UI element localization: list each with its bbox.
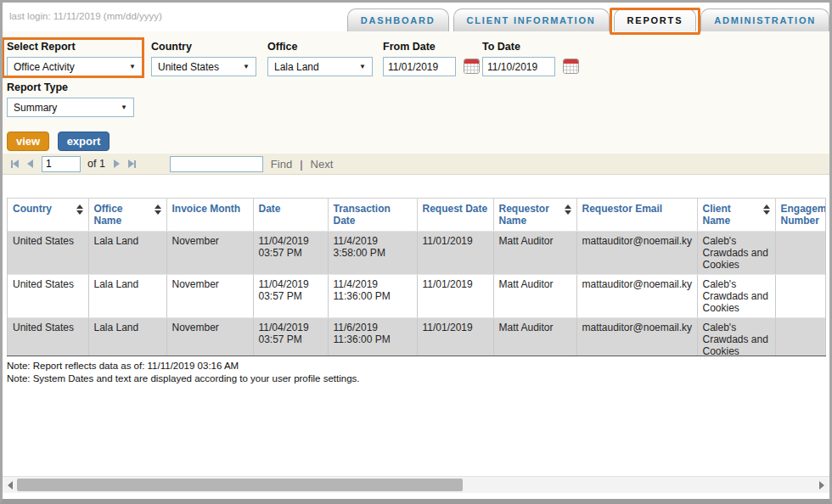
to-date-group: To Date bbox=[482, 41, 579, 76]
country-label: Country bbox=[151, 41, 256, 53]
country-dropdown[interactable]: United States ▼ bbox=[151, 57, 256, 76]
report-type-group: Report Type Summary ▼ bbox=[7, 81, 134, 117]
report-toolbar: of 1 Find | Next bbox=[3, 154, 829, 175]
column-header-office-name[interactable]: Office Name bbox=[88, 199, 166, 232]
cell-invoice-month: November bbox=[166, 232, 253, 275]
cell-invoice-month: November bbox=[166, 275, 253, 318]
cell-transaction-date: 11/4/2019 3:58:00 PM bbox=[328, 232, 417, 275]
action-buttons: view export bbox=[7, 132, 110, 151]
table-row: United States Lala Land November 11/04/2… bbox=[8, 232, 826, 275]
column-header-requestor-name[interactable]: Requestor Name bbox=[493, 199, 576, 232]
sort-icon[interactable] bbox=[565, 204, 571, 227]
report-footer-divider bbox=[7, 356, 826, 356]
cell-office-name: Lala Land bbox=[88, 318, 166, 356]
select-report-label: Select Report bbox=[7, 41, 143, 53]
select-report-value: Office Activity bbox=[14, 61, 75, 73]
cell-date: 11/04/2019 03:57 PM bbox=[253, 232, 328, 275]
tab-administration[interactable]: ADMINISTRATION bbox=[700, 8, 829, 31]
cell-office-name: Lala Land bbox=[88, 275, 166, 318]
report-type-dropdown[interactable]: Summary ▼ bbox=[7, 98, 134, 117]
calendar-icon[interactable] bbox=[563, 59, 579, 74]
cell-request-date: 11/01/2019 bbox=[417, 318, 493, 356]
cell-date: 11/04/2019 03:57 PM bbox=[253, 275, 328, 318]
find-text-input[interactable] bbox=[170, 156, 263, 172]
tab-reports-label: REPORTS bbox=[627, 15, 683, 25]
to-date-input[interactable] bbox=[482, 57, 555, 76]
scrollbar-thumb[interactable] bbox=[17, 479, 463, 491]
country-group: Country United States ▼ bbox=[151, 41, 256, 76]
sort-icon[interactable] bbox=[155, 204, 161, 227]
page-count-label: of 1 bbox=[87, 158, 105, 170]
chevron-down-icon: ▼ bbox=[243, 63, 250, 70]
find-next-link[interactable]: Next bbox=[311, 158, 334, 171]
next-page-icon[interactable] bbox=[114, 160, 120, 168]
column-header-requestor-email[interactable]: Requestor Email bbox=[576, 199, 697, 232]
last-login-text: last login: 11/11/2019 (mm/dd/yyyy) bbox=[9, 11, 162, 21]
page-number-input[interactable] bbox=[42, 156, 81, 172]
column-header-date[interactable]: Date bbox=[253, 199, 328, 232]
horizontal-scrollbar[interactable] bbox=[3, 476, 829, 493]
column-header-invoice-month[interactable]: Invoice Month bbox=[166, 199, 253, 232]
cell-engagement-number bbox=[775, 232, 826, 275]
note-profile-settings: Note: System Dates and text are displaye… bbox=[7, 372, 822, 385]
from-date-group: From Date bbox=[383, 41, 480, 76]
column-header-request-date[interactable]: Request Date bbox=[417, 199, 493, 232]
tab-dashboard[interactable]: DASHBOARD bbox=[347, 8, 449, 31]
select-report-group: Select Report Office Activity ▼ bbox=[7, 41, 143, 76]
from-date-label: From Date bbox=[383, 41, 480, 53]
cell-requestor-email: mattauditor@noemail.ky bbox=[576, 275, 697, 318]
office-dropdown[interactable]: Lala Land ▼ bbox=[267, 57, 373, 76]
note-data-as-of: Note: Report reflects data as of: 11/11/… bbox=[7, 360, 822, 372]
cell-engagement-number bbox=[775, 275, 826, 318]
cell-request-date: 11/01/2019 bbox=[417, 275, 493, 318]
column-header-engagement-number[interactable]: Engagement Number bbox=[775, 199, 826, 232]
find-next-separator: | bbox=[300, 158, 302, 171]
report-type-label: Report Type bbox=[7, 81, 134, 93]
view-button[interactable]: view bbox=[7, 132, 49, 151]
cell-invoice-month: November bbox=[166, 318, 253, 356]
last-page-icon[interactable] bbox=[128, 160, 136, 168]
cell-requestor-email: mattauditor@noemail.ky bbox=[576, 232, 697, 275]
report-notes: Note: Report reflects data as of: 11/11/… bbox=[7, 360, 822, 385]
cell-country: United States bbox=[8, 232, 88, 275]
cell-requestor-name: Matt Auditor bbox=[493, 318, 576, 356]
previous-page-icon[interactable] bbox=[27, 160, 33, 168]
office-label: Office bbox=[267, 41, 373, 53]
top-bar: last login: 11/11/2019 (mm/dd/yyyy) DASH… bbox=[3, 3, 829, 31]
cell-request-date: 11/01/2019 bbox=[417, 232, 493, 275]
tab-client-information[interactable]: CLIENT INFORMATION bbox=[453, 8, 610, 31]
to-date-label: To Date bbox=[482, 41, 579, 53]
cell-transaction-date: 11/4/2019 11:36:00 PM bbox=[328, 275, 417, 318]
cell-client-name: Caleb's Crawdads and Cookies bbox=[697, 275, 775, 318]
sort-icon[interactable] bbox=[76, 204, 83, 215]
country-value: United States bbox=[158, 61, 219, 73]
scroll-right-icon[interactable] bbox=[819, 481, 824, 490]
scroll-left-icon[interactable] bbox=[8, 481, 13, 490]
table-row: United States Lala Land November 11/04/2… bbox=[8, 318, 826, 356]
tab-bar: DASHBOARD CLIENT INFORMATION REPORTS ADM… bbox=[343, 8, 829, 31]
select-report-dropdown[interactable]: Office Activity ▼ bbox=[7, 57, 143, 76]
from-date-input[interactable] bbox=[383, 57, 456, 76]
column-header-client-name[interactable]: Client Name bbox=[697, 199, 775, 232]
report-table-container: Country Office Name Invoice Month Date T… bbox=[7, 198, 826, 356]
cell-country: United States bbox=[8, 318, 88, 356]
cell-date: 11/04/2019 03:57 PM bbox=[253, 318, 328, 356]
calendar-icon[interactable] bbox=[464, 59, 480, 74]
cell-country: United States bbox=[8, 275, 88, 318]
chevron-down-icon: ▼ bbox=[121, 104, 127, 111]
chevron-down-icon: ▼ bbox=[359, 63, 366, 70]
cell-office-name: Lala Land bbox=[88, 232, 166, 275]
find-link[interactable]: Find bbox=[271, 158, 292, 171]
cell-client-name: Caleb's Crawdads and Cookies bbox=[697, 232, 775, 275]
export-button[interactable]: export bbox=[58, 132, 110, 151]
tab-reports[interactable]: REPORTS bbox=[614, 8, 697, 31]
column-header-transaction-date[interactable]: Transaction Date bbox=[328, 199, 417, 232]
column-header-country[interactable]: Country bbox=[8, 199, 88, 232]
report-table: Country Office Name Invoice Month Date T… bbox=[8, 198, 826, 356]
cell-requestor-name: Matt Auditor bbox=[493, 275, 576, 318]
first-page-icon[interactable] bbox=[11, 160, 19, 168]
cell-transaction-date: 11/6/2019 11:36:00 PM bbox=[328, 318, 417, 356]
sort-icon[interactable] bbox=[763, 204, 770, 227]
table-header-row: Country Office Name Invoice Month Date T… bbox=[8, 199, 826, 232]
cell-client-name: Caleb's Crawdads and Cookies bbox=[697, 318, 775, 356]
